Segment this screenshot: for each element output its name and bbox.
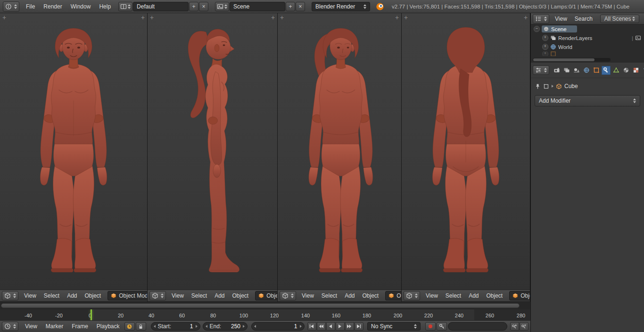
outliner-editor-type-button[interactable]: [533, 14, 549, 24]
add-modifier-button[interactable]: Add Modifier: [535, 95, 640, 106]
info-editor-type-button[interactable]: [3, 1, 19, 12]
timeline-menu-view[interactable]: View: [21, 323, 41, 330]
play-button[interactable]: [336, 322, 345, 331]
viewport-menu-view[interactable]: View: [168, 292, 188, 299]
area-corner-handle[interactable]: +: [1, 15, 8, 21]
frame-end-field[interactable]: End: 250: [203, 322, 248, 331]
properties-editor-type-button[interactable]: [533, 65, 549, 75]
jump-to-next-keyframe-button[interactable]: [345, 322, 354, 331]
viewport-editor-type-button[interactable]: [280, 291, 296, 300]
render-engine-select[interactable]: Blender Render: [312, 2, 370, 11]
area-corner-handle[interactable]: +: [140, 15, 146, 21]
add-screen-layout-button[interactable]: +: [189, 2, 198, 11]
menu-render[interactable]: Render: [40, 3, 66, 10]
viewport-menu-add[interactable]: Add: [211, 292, 228, 299]
outliner-menu-search[interactable]: Search: [571, 16, 596, 22]
play-reverse-button[interactable]: [326, 322, 335, 331]
viewport-menu-view[interactable]: View: [20, 292, 40, 299]
interaction-mode-select[interactable]: Object Mode: [509, 291, 530, 300]
area-corner-handle[interactable]: +: [403, 15, 409, 21]
area-corner-handle[interactable]: +: [522, 15, 529, 21]
viewport-editor-type-button[interactable]: [2, 291, 18, 300]
timeline-menu-marker[interactable]: Marker: [42, 323, 67, 330]
interaction-mode-select[interactable]: Object Mode: [107, 291, 147, 300]
frame-start-field[interactable]: Start: 1: [151, 322, 200, 331]
outliner-item-renderlayers[interactable]: + RenderLayers |: [531, 33, 644, 42]
collapse-icon[interactable]: −: [534, 26, 540, 32]
outliner-display-filter-select[interactable]: All Scenes: [600, 15, 639, 23]
expand-icon[interactable]: +: [542, 35, 548, 41]
cube-breadcrumb-icon[interactable]: [556, 83, 562, 89]
tab-material[interactable]: [621, 66, 630, 75]
timeline-menu-playback[interactable]: Playback: [93, 323, 124, 330]
outliner-horizontal-scrollbar[interactable]: [533, 58, 611, 62]
tab-world[interactable]: [582, 66, 591, 75]
timeline-editor-type-button[interactable]: [2, 322, 18, 331]
tab-particles[interactable]: [641, 66, 644, 75]
menu-file[interactable]: File: [22, 3, 39, 10]
jump-to-end-button[interactable]: [355, 322, 363, 331]
insert-keyframe-button[interactable]: [510, 322, 519, 331]
tab-texture[interactable]: [631, 66, 640, 75]
pin-icon[interactable]: [535, 83, 541, 89]
tab-render-layers[interactable]: [562, 66, 571, 75]
outliner-item-scene[interactable]: − Scene: [531, 24, 644, 33]
current-frame-cursor[interactable]: [91, 309, 92, 320]
viewport-menu-object[interactable]: Object: [81, 292, 105, 299]
viewport-menu-object[interactable]: Object: [359, 292, 383, 299]
timeline-ruler[interactable]: -40 -20 0 20 40 60 80 100 120 140 160 18…: [0, 309, 530, 320]
viewport-menu-object[interactable]: Object: [229, 292, 253, 299]
area-corner-handle[interactable]: +: [149, 15, 155, 21]
viewport-3d-three-quarter[interactable]: + + View Select Add Object Object Mode: [278, 13, 402, 301]
browse-scene-button[interactable]: [215, 2, 229, 11]
area-corner-handle[interactable]: +: [279, 15, 285, 21]
tab-render[interactable]: [552, 66, 561, 75]
viewport-menu-add[interactable]: Add: [341, 292, 358, 299]
delete-keyframe-button[interactable]: [520, 322, 528, 331]
jump-to-start-button[interactable]: [307, 322, 316, 331]
viewport-menu-view[interactable]: View: [298, 292, 318, 299]
render-restrict-icon[interactable]: [635, 35, 641, 41]
add-scene-button[interactable]: +: [286, 2, 295, 11]
viewport-3d-side[interactable]: + + View Select Add Object Object Mode: [148, 13, 278, 301]
lock-frame-toggle[interactable]: [136, 322, 146, 331]
viewport-menu-add[interactable]: Add: [465, 292, 482, 299]
area-corner-handle[interactable]: +: [270, 15, 276, 21]
viewport-editor-type-button[interactable]: [404, 291, 420, 300]
viewport-menu-select[interactable]: Select: [188, 292, 211, 299]
preview-range-toggle[interactable]: [124, 322, 135, 331]
menu-window[interactable]: Window: [67, 3, 95, 10]
viewport-menu-select[interactable]: Select: [442, 292, 465, 299]
outliner-menu-view[interactable]: View: [551, 16, 571, 22]
menu-help[interactable]: Help: [95, 3, 115, 10]
timeline-menu-frame[interactable]: Frame: [68, 323, 92, 330]
area-corner-handle[interactable]: +: [394, 15, 400, 21]
viewport-editor-type-button[interactable]: [149, 291, 166, 300]
av-sync-select[interactable]: No Sync: [367, 322, 421, 331]
keying-set-field[interactable]: [448, 322, 507, 331]
close-screen-layout-button[interactable]: ×: [199, 2, 208, 11]
close-scene-button[interactable]: ×: [296, 2, 305, 11]
outliner-item-world[interactable]: + World: [531, 42, 644, 51]
outliner-item-clipped[interactable]: +: [531, 51, 644, 56]
tab-object[interactable]: [592, 66, 601, 75]
browse-screen-layout-button[interactable]: [118, 2, 132, 11]
interaction-mode-select[interactable]: Object Mode: [385, 291, 401, 300]
tab-scene[interactable]: [572, 66, 581, 75]
timeline-horizontal-scrollbar[interactable]: [0, 301, 530, 309]
interaction-mode-select[interactable]: Object Mode: [255, 291, 277, 300]
viewport-3d-back[interactable]: + + View Select Add Object Object Mode: [402, 13, 530, 301]
viewport-menu-select[interactable]: Select: [40, 292, 63, 299]
viewport-3d-front[interactable]: + + View Select Add Object Object Mode: [0, 13, 148, 301]
scrollbar-handle[interactable]: [533, 58, 594, 61]
expand-icon[interactable]: +: [542, 51, 548, 56]
viewport-menu-view[interactable]: View: [422, 292, 442, 299]
current-frame-field[interactable]: 1: [251, 322, 305, 331]
jump-to-prev-keyframe-button[interactable]: [317, 322, 326, 331]
auto-keyframe-record-button[interactable]: [425, 322, 436, 331]
tab-modifiers[interactable]: [602, 66, 611, 75]
expand-icon[interactable]: +: [542, 44, 548, 50]
scrollbar-handle[interactable]: [1, 303, 520, 308]
screen-layout-field[interactable]: Default: [133, 2, 189, 11]
viewport-menu-add[interactable]: Add: [63, 292, 81, 299]
